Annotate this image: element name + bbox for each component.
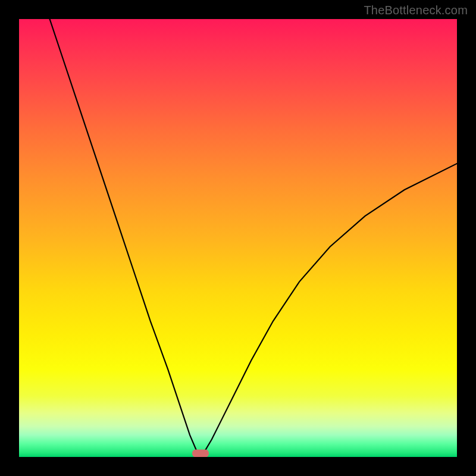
plot-area [19,19,457,457]
watermark-text: TheBottleneck.com [364,4,468,17]
curve-left-branch [50,19,201,455]
bottleneck-curve [19,19,457,457]
curve-right-branch [201,164,457,455]
minimum-marker [192,450,209,457]
chart-frame: TheBottleneck.com [0,0,476,476]
